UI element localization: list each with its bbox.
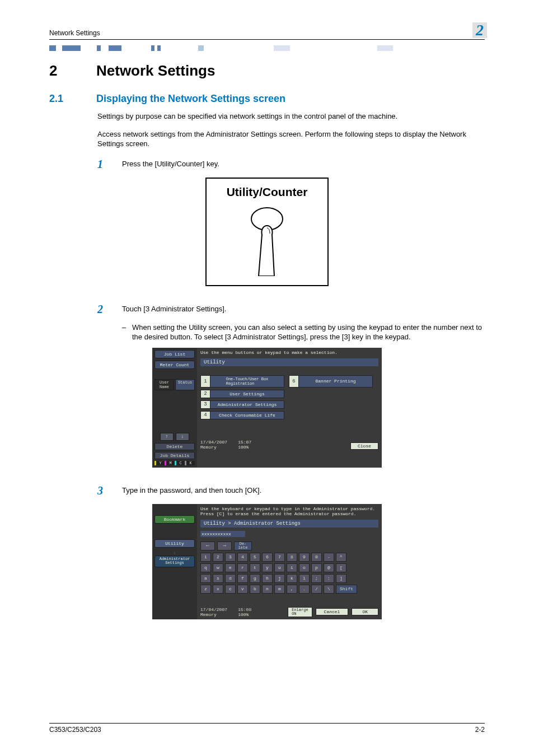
kb-delete-button[interactable]: De- lete xyxy=(234,542,252,550)
key-t[interactable]: t xyxy=(250,563,260,572)
user-name-label: User Name xyxy=(154,379,174,390)
key-][interactable]: ] xyxy=(336,574,346,583)
panel-password-status: 17/04/2007 15:08 Memory 100% xyxy=(200,607,251,617)
key-x[interactable]: x xyxy=(213,585,223,594)
key-a[interactable]: a xyxy=(200,574,211,583)
enlarge-button[interactable]: Enlarge ON xyxy=(288,607,312,617)
panel-utility-hint: Use the menu buttons or keypad to make a… xyxy=(200,350,378,355)
key-g[interactable]: g xyxy=(250,574,260,583)
key-z[interactable]: z xyxy=(200,585,211,594)
menu-item-1[interactable]: 1 One-Touch/User Box Registration xyxy=(200,375,284,388)
key-3[interactable]: 3 xyxy=(225,553,236,562)
key-8[interactable]: 8 xyxy=(287,553,297,562)
caret-left-button[interactable]: ← xyxy=(200,542,215,550)
key-j[interactable]: j xyxy=(274,574,285,583)
key-d[interactable]: d xyxy=(225,574,236,583)
ok-button[interactable]: OK xyxy=(352,608,378,615)
key-k[interactable]: k xyxy=(287,574,297,583)
key-w[interactable]: w xyxy=(213,563,223,572)
key-c[interactable]: c xyxy=(225,585,236,594)
key-i[interactable]: i xyxy=(287,563,297,572)
key-l[interactable]: l xyxy=(299,574,310,583)
panel-utility: Job List Meter Count User Name Status ↑ … xyxy=(152,348,382,468)
key-m[interactable]: m xyxy=(274,585,285,594)
footer-left: C353/C253/C203 xyxy=(49,726,101,734)
key--[interactable]: - xyxy=(324,553,334,562)
key-,[interactable]: , xyxy=(287,585,297,594)
key-y[interactable]: y xyxy=(262,563,273,572)
down-arrow-button[interactable]: ↓ xyxy=(176,433,189,441)
bookmark-button[interactable]: Bookmark xyxy=(154,515,195,524)
utility-button[interactable]: Utility xyxy=(154,539,195,548)
delete-button[interactable]: Delete xyxy=(154,443,195,450)
menu-item-6-num: 6 xyxy=(289,375,298,388)
password-input[interactable]: xxxxxxxxxxx xyxy=(200,531,245,537)
figure-password-screen: Bookmark Utility ↓ Administrator Setting… xyxy=(49,504,485,619)
arrow-down-icon: ↓ xyxy=(154,550,195,556)
running-head: Network Settings 2 xyxy=(49,22,485,40)
key-n[interactable]: n xyxy=(262,585,273,594)
key-1[interactable]: 1 xyxy=(200,553,211,562)
panel-utility-memory-pct: 100% xyxy=(238,445,249,450)
cancel-button[interactable]: Cancel xyxy=(316,608,349,615)
panel-utility-date: 17/04/2007 xyxy=(200,440,227,445)
key-r[interactable]: r xyxy=(237,563,248,572)
footer-right: 2-2 xyxy=(475,726,485,734)
key-[[interactable]: [ xyxy=(336,563,346,572)
panel-utility-time: 15:07 xyxy=(238,440,251,445)
key-v[interactable]: v xyxy=(237,585,248,594)
meter-count-button[interactable]: Meter Count xyxy=(154,361,195,369)
admin-settings-button[interactable]: Administrator Settings xyxy=(154,556,195,567)
key-/[interactable]: / xyxy=(311,585,322,594)
toner-k: K xyxy=(185,461,195,465)
key-f[interactable]: f xyxy=(237,574,248,583)
key-7[interactable]: 7 xyxy=(274,553,285,562)
key-b[interactable]: b xyxy=(250,585,260,594)
step-1-num: 1 xyxy=(97,157,122,172)
key-:[interactable]: : xyxy=(324,574,334,583)
running-head-num: 2 xyxy=(472,22,487,38)
menu-item-2[interactable]: 2 User Settings xyxy=(200,390,284,398)
section-text: Displaying the Network Settings screen xyxy=(96,93,285,104)
up-arrow-button[interactable]: ↑ xyxy=(160,433,174,441)
key-p[interactable]: p xyxy=(311,563,322,572)
key-5[interactable]: 5 xyxy=(250,553,260,562)
key-e[interactable]: e xyxy=(225,563,236,572)
key-h[interactable]: h xyxy=(262,574,273,583)
section-title: 2.1Displaying the Network Settings scree… xyxy=(49,93,485,105)
key-u[interactable]: u xyxy=(274,563,285,572)
step-3-num: 3 xyxy=(97,483,122,498)
toner-c: C xyxy=(175,461,185,465)
key-0[interactable]: 0 xyxy=(311,553,322,562)
key-.[interactable]: . xyxy=(299,585,310,594)
menu-item-6[interactable]: 6 Banner Printing xyxy=(289,375,373,388)
key-2[interactable]: 2 xyxy=(213,553,223,562)
key-\[interactable]: \ xyxy=(324,585,334,594)
close-button[interactable]: Close xyxy=(350,442,378,450)
job-list-button[interactable]: Job List xyxy=(154,350,195,358)
menu-item-1-label: One-Touch/User Box Registration xyxy=(210,375,284,388)
key-^[interactable]: ^ xyxy=(336,553,346,562)
key-s[interactable]: s xyxy=(213,574,223,583)
key-q[interactable]: q xyxy=(200,563,211,572)
panel-password-memory: Memory xyxy=(200,612,217,617)
key-6[interactable]: 6 xyxy=(262,553,273,562)
menu-item-4[interactable]: 4 Check Consumable Life xyxy=(200,411,284,419)
key-4[interactable]: 4 xyxy=(237,553,248,562)
job-details-button[interactable]: Job Details xyxy=(154,452,195,459)
panel-password-memory-pct: 100% xyxy=(238,612,249,617)
key-;[interactable]: ; xyxy=(311,574,322,583)
caret-right-button[interactable]: → xyxy=(217,542,232,550)
figure-utility-key: Utility/Counter xyxy=(49,178,485,286)
toner-levels: Y M C K xyxy=(154,461,195,465)
menu-item-6-label: Banner Printing xyxy=(298,375,373,388)
menu-item-4-num: 4 xyxy=(200,411,210,419)
toner-m: M xyxy=(165,461,175,465)
key-9[interactable]: 9 xyxy=(299,553,310,562)
shift-key[interactable]: Shift xyxy=(336,585,357,594)
key-o[interactable]: o xyxy=(299,563,310,572)
paragraph-2: Access network settings from the Adminis… xyxy=(97,129,485,149)
key-@[interactable]: @ xyxy=(324,563,334,572)
panel-password-hint2: Press [C] to erase the entered the Admin… xyxy=(200,511,378,516)
menu-item-3[interactable]: 3 Administrator Settings xyxy=(200,400,284,409)
